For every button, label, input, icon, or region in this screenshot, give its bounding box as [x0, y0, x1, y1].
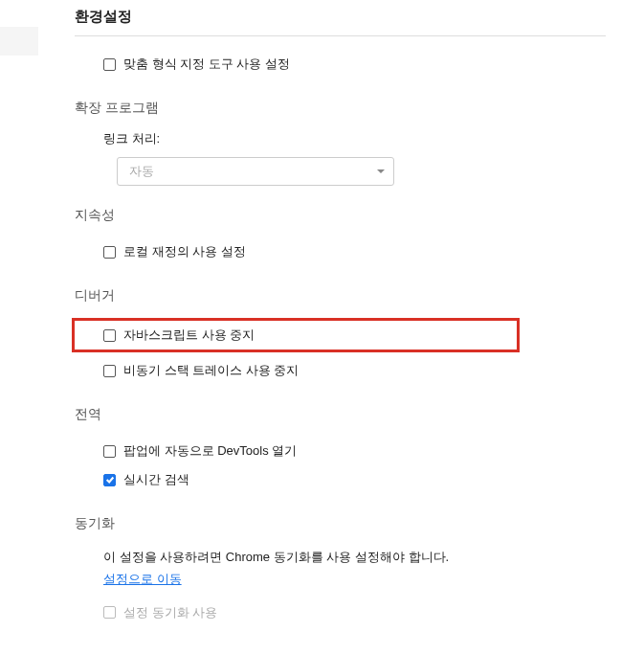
section-title-global: 전역 [75, 406, 606, 423]
setting-row-auto-open-devtools: 팝업에 자동으로 DevTools 열기 [75, 437, 606, 465]
link-handling-select[interactable]: 자동 [117, 157, 394, 186]
go-to-settings-link[interactable]: 설정으로 이동 [103, 572, 182, 586]
sync-description-text: 이 설정을 사용하려면 Chrome 동기화를 사용 설정해야 합니다. [103, 550, 449, 564]
checkbox-realtime-search[interactable] [103, 474, 116, 486]
setting-row-local-overrides: 로컬 재정의 사용 설정 [75, 237, 606, 266]
label-realtime-search: 실시간 검색 [123, 471, 189, 488]
link-handling-value: 자동 [129, 163, 154, 180]
section-extensions: 확장 프로그램 링크 처리: 자동 [75, 100, 606, 186]
label-disable-js: 자바스크립트 사용 중지 [123, 327, 255, 344]
sidebar-stub [0, 27, 38, 56]
section-title-persistence: 지속성 [75, 207, 606, 224]
section-title-sync: 동기화 [75, 515, 606, 532]
sync-description: 이 설정을 사용하려면 Chrome 동기화를 사용 설정해야 합니다. 설정으… [75, 546, 457, 591]
checkbox-auto-open-devtools[interactable] [103, 445, 116, 458]
chevron-down-icon [377, 169, 385, 173]
label-local-overrides: 로컬 재정의 사용 설정 [123, 243, 246, 260]
section-title-extensions: 확장 프로그램 [75, 100, 606, 117]
check-icon [105, 475, 115, 485]
setting-row-realtime-search: 실시간 검색 [75, 465, 606, 494]
label-disable-async-stack: 비동기 스택 트레이스 사용 중지 [123, 362, 299, 379]
checkbox-format-tool[interactable] [103, 58, 116, 71]
label-auto-open-devtools: 팝업에 자동으로 DevTools 열기 [123, 442, 297, 460]
setting-row-format-tool: 맞춤 형식 지정 도구 사용 설정 [75, 50, 606, 79]
link-handling-label: 링크 처리: [75, 130, 606, 147]
setting-row-disable-js: 자바스크립트 사용 중지 [72, 318, 520, 352]
link-handling-select-wrap: 자동 [117, 157, 394, 186]
checkbox-local-overrides[interactable] [103, 246, 116, 259]
checkbox-sync-settings [103, 606, 116, 619]
checkbox-disable-js[interactable] [103, 329, 116, 342]
section-title-debugger: 디버거 [75, 287, 606, 304]
section-debugger: 디버거 자바스크립트 사용 중지 비동기 스택 트레이스 사용 중지 [75, 287, 606, 385]
section-global: 전역 팝업에 자동으로 DevTools 열기 실시간 검색 [75, 406, 606, 494]
label-format-tool: 맞춤 형식 지정 도구 사용 설정 [123, 56, 290, 73]
settings-panel: 환경설정 맞춤 형식 지정 도구 사용 설정 확장 프로그램 링크 처리: 자동… [0, 0, 644, 627]
page-title: 환경설정 [75, 8, 606, 36]
section-sync: 동기화 이 설정을 사용하려면 Chrome 동기화를 사용 설정해야 합니다.… [75, 515, 606, 627]
checkbox-disable-async-stack[interactable] [103, 365, 116, 377]
label-sync-settings: 설정 동기화 사용 [123, 604, 217, 621]
section-persistence: 지속성 로컬 재정의 사용 설정 [75, 207, 606, 266]
setting-row-sync-settings: 설정 동기화 사용 [75, 598, 606, 627]
setting-row-disable-async-stack: 비동기 스택 트레이스 사용 중지 [75, 356, 606, 385]
